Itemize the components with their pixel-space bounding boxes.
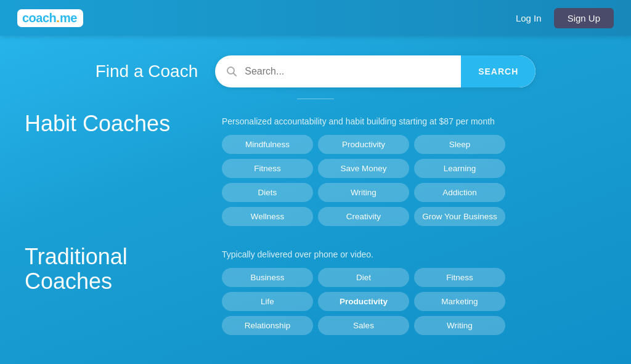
habit-coaches-title: Habit Coaches bbox=[25, 111, 203, 136]
tag-button[interactable]: Sleep bbox=[414, 135, 505, 154]
traditional-coaches-right: Typically delivered over phone or video.… bbox=[222, 245, 606, 335]
logo: coach.me bbox=[17, 9, 83, 27]
tag-button[interactable]: Fitness bbox=[414, 268, 505, 287]
tag-button[interactable]: Diets bbox=[222, 183, 313, 202]
habit-coaches-section: Habit Coaches Personalized accountabilit… bbox=[25, 111, 606, 226]
tag-button[interactable]: Learning bbox=[414, 159, 505, 178]
habit-coaches-tags: MindfulnessProductivitySleepFitnessSave … bbox=[222, 135, 505, 226]
tag-button[interactable]: Life bbox=[222, 292, 313, 311]
traditional-coaches-subtitle: Typically delivered over phone or video. bbox=[222, 249, 606, 259]
nav-actions: Log In Sign Up bbox=[516, 8, 614, 28]
logo-me-text: me bbox=[60, 11, 77, 25]
tag-button[interactable]: Productivity bbox=[318, 135, 409, 154]
tag-button[interactable]: Creativity bbox=[318, 207, 409, 226]
tag-button[interactable]: Save Money bbox=[318, 159, 409, 178]
search-input[interactable] bbox=[245, 66, 461, 77]
tag-button[interactable]: Fitness bbox=[222, 159, 313, 178]
navbar: coach.me Log In Sign Up bbox=[0, 0, 631, 36]
traditional-coaches-left: Traditional Coaches bbox=[25, 245, 222, 293]
logo-coach-text: coach bbox=[22, 11, 56, 25]
tag-button[interactable]: Business bbox=[222, 268, 313, 287]
hero-section: Find a Coach SEARCH bbox=[0, 36, 631, 99]
traditional-coaches-title: Traditional Coaches bbox=[25, 245, 203, 293]
login-link[interactable]: Log In bbox=[516, 13, 542, 23]
tag-button[interactable]: Grow Your Business bbox=[414, 207, 505, 226]
traditional-coaches-section: Traditional Coaches Typically delivered … bbox=[25, 245, 606, 335]
tag-button[interactable]: Mindfulness bbox=[222, 135, 313, 154]
search-button[interactable]: SEARCH bbox=[461, 55, 535, 87]
traditional-coaches-tags: BusinessDietFitnessLifeProductivityMarke… bbox=[222, 268, 505, 335]
tag-button[interactable]: Marketing bbox=[414, 292, 505, 311]
search-icon bbox=[215, 66, 245, 77]
habit-coaches-subtitle: Personalized accountability and habit bu… bbox=[222, 116, 606, 126]
tag-button[interactable]: Wellness bbox=[222, 207, 313, 226]
habit-coaches-right: Personalized accountability and habit bu… bbox=[222, 111, 606, 226]
tag-button[interactable]: Writing bbox=[318, 183, 409, 202]
tag-button[interactable]: Writing bbox=[414, 316, 505, 335]
page-title: Find a Coach bbox=[96, 62, 198, 81]
habit-coaches-left: Habit Coaches bbox=[25, 111, 222, 136]
logo-image: coach.me bbox=[17, 9, 83, 27]
section-divider bbox=[297, 99, 334, 99]
search-bar: SEARCH bbox=[215, 55, 535, 87]
tag-button[interactable]: Sales bbox=[318, 316, 409, 335]
tag-button[interactable]: Diet bbox=[318, 268, 409, 287]
tag-button[interactable]: Relationship bbox=[222, 316, 313, 335]
svg-line-1 bbox=[234, 73, 237, 76]
tag-button[interactable]: Productivity bbox=[318, 292, 409, 311]
signup-button[interactable]: Sign Up bbox=[554, 8, 614, 28]
main-content: Habit Coaches Personalized accountabilit… bbox=[0, 111, 631, 335]
tag-button[interactable]: Addiction bbox=[414, 183, 505, 202]
